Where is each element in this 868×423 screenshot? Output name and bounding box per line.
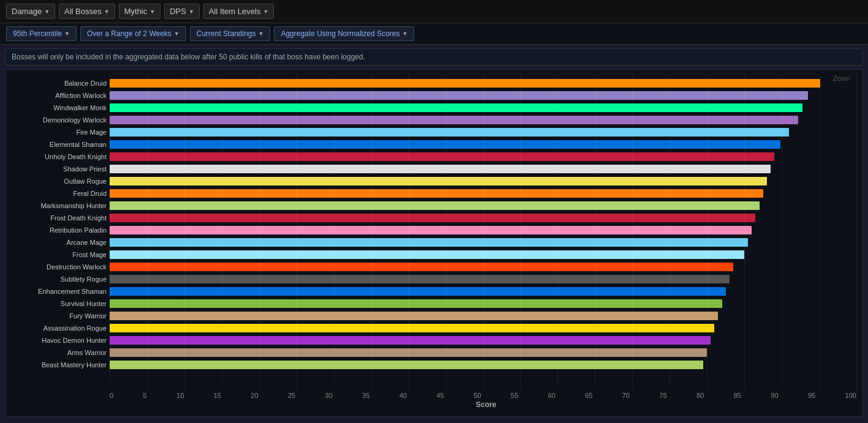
x-tick: 55 — [511, 392, 518, 399]
bar-track — [110, 152, 856, 161]
nav-mythic[interactable]: Mythic ▼ — [119, 4, 160, 19]
x-tick: 50 — [474, 392, 481, 399]
x-tick: 20 — [251, 392, 258, 399]
bar-fill — [110, 128, 789, 137]
x-tick: 85 — [734, 392, 741, 399]
bar-fill — [110, 152, 774, 161]
bar-label: Arms Warrior — [9, 349, 107, 356]
bar-fill — [110, 214, 755, 222]
bar-label: Destruction Warlock — [9, 263, 107, 271]
nav-damage[interactable]: Damage ▼ — [6, 4, 55, 19]
sec-standings[interactable]: Current Standings ▼ — [190, 26, 271, 41]
bar-label: Outlaw Rogue — [9, 178, 107, 185]
bar-fill — [110, 91, 808, 100]
bar-row: Outlaw Rogue — [110, 176, 856, 187]
bar-track — [110, 312, 856, 320]
bar-track — [110, 140, 856, 149]
grid-line — [856, 75, 857, 389]
bar-track — [110, 91, 856, 100]
x-tick: 5 — [143, 392, 147, 399]
bar-track — [110, 348, 856, 357]
info-bar: Bosses will only be included in the aggr… — [5, 48, 863, 66]
bar-row: Havoc Demon Hunter — [110, 335, 856, 346]
bar-track — [110, 214, 856, 222]
bar-row: Destruction Warlock — [110, 261, 856, 272]
bar-row: Affliction Warlock — [110, 90, 856, 101]
bar-label: Unholy Death Knight — [9, 153, 107, 160]
nav-item-levels-label: All Item Levels — [209, 7, 261, 16]
x-tick: 95 — [808, 392, 815, 399]
x-tick: 45 — [437, 392, 444, 399]
x-tick: 70 — [622, 392, 630, 399]
x-tick: 35 — [362, 392, 369, 399]
bar-label: Marksmanship Hunter — [9, 202, 107, 209]
bar-track — [110, 299, 856, 308]
bar-label: Assassination Rogue — [9, 324, 107, 332]
bar-row: Windwalker Monk — [110, 102, 856, 113]
bar-label: Feral Druid — [9, 190, 107, 197]
bar-row: Feral Druid — [110, 188, 856, 199]
bar-row: Elemental Shaman — [110, 139, 856, 150]
x-tick: 60 — [548, 392, 555, 399]
bar-fill — [110, 79, 820, 88]
bar-row: Retribution Paladin — [110, 225, 856, 236]
bar-fill — [110, 336, 711, 345]
sec-aggregate[interactable]: Aggregate Using Normalized Scores ▼ — [274, 26, 414, 41]
dps-caret: ▼ — [189, 9, 194, 15]
bar-track — [110, 201, 856, 210]
bar-fill — [110, 140, 780, 149]
x-tick: 65 — [585, 392, 592, 399]
bar-row: Enhancement Shaman — [110, 286, 856, 297]
percentile-caret: ▼ — [64, 31, 70, 37]
x-tick: 10 — [176, 392, 184, 399]
bar-fill — [110, 238, 748, 247]
sec-range[interactable]: Over a Range of 2 Weeks ▼ — [80, 26, 186, 41]
bar-track — [110, 116, 856, 124]
bar-label: Survival Hunter — [9, 300, 107, 307]
x-axis: 0510152025303540455055606570758085909510… — [6, 389, 862, 399]
bar-label: Fury Warrior — [9, 312, 107, 320]
x-axis-ticks: 0510152025303540455055606570758085909510… — [110, 392, 856, 399]
damage-caret: ▼ — [44, 9, 50, 15]
x-tick: 30 — [325, 392, 333, 399]
bar-track — [110, 128, 856, 137]
chart-container: Zoom Balance DruidAffliction WarlockWind… — [5, 69, 863, 417]
info-bar-text: Bosses will only be included in the aggr… — [12, 53, 365, 61]
sec-range-label: Over a Range of 2 Weeks — [87, 29, 172, 38]
bar-row: Shadow Priest — [110, 163, 856, 174]
bar-label: Havoc Demon Hunter — [9, 337, 107, 344]
bar-row: Demonology Warlock — [110, 114, 856, 125]
bar-track — [110, 275, 856, 283]
sec-aggregate-label: Aggregate Using Normalized Scores — [281, 29, 399, 38]
bar-row: Balance Druid — [110, 78, 856, 89]
bar-chart: Balance DruidAffliction WarlockWindwalke… — [6, 75, 862, 389]
range-caret: ▼ — [174, 31, 179, 37]
bar-label: Balance Druid — [9, 80, 107, 87]
bar-fill — [110, 361, 703, 369]
x-axis-label: Score — [6, 399, 862, 411]
nav-all-bosses[interactable]: All Bosses ▼ — [59, 4, 115, 19]
nav-dps-label: DPS — [170, 7, 186, 16]
x-tick: 80 — [696, 392, 704, 399]
bar-row: Frost Mage — [110, 249, 856, 260]
bar-fill — [110, 250, 744, 259]
bar-label: Demonology Warlock — [9, 116, 107, 124]
bar-track — [110, 263, 856, 271]
nav-item-levels[interactable]: All Item Levels ▼ — [203, 4, 274, 19]
sec-percentile[interactable]: 95th Percentile ▼ — [6, 26, 77, 41]
bar-track — [110, 103, 856, 112]
bar-track — [110, 238, 856, 247]
bar-row: Unholy Death Knight — [110, 151, 856, 162]
bar-label: Affliction Warlock — [9, 92, 107, 99]
bar-track — [110, 189, 856, 198]
bar-fill — [110, 312, 718, 320]
standings-caret: ▼ — [259, 31, 264, 37]
bar-track — [110, 79, 856, 88]
bar-row: Assassination Rogue — [110, 323, 856, 334]
sec-standings-label: Current Standings — [197, 29, 256, 38]
bar-fill — [110, 201, 760, 210]
bar-fill — [110, 287, 726, 296]
bar-label: Beast Mastery Hunter — [9, 361, 107, 369]
bar-track — [110, 324, 856, 332]
nav-dps[interactable]: DPS ▼ — [164, 4, 200, 19]
